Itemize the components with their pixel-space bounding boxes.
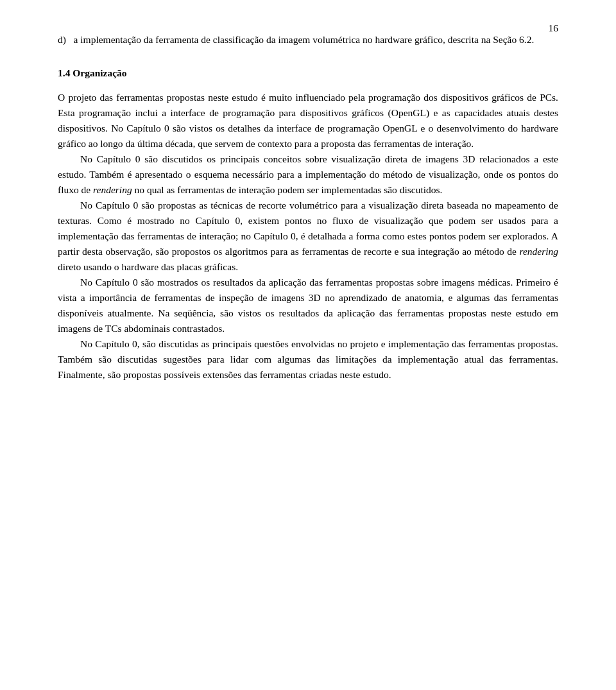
section-intro: d) a implementação da ferramenta de clas…: [58, 32, 558, 47]
page: 16 d) a implementação da ferramenta de c…: [0, 0, 616, 690]
paragraph-3: No Capítulo 0 são propostas as técnicas …: [58, 198, 558, 275]
paragraph-5: No Capítulo 0, são discutidas as princip…: [58, 336, 558, 383]
paragraph-1: O projeto das ferramentas propostas nest…: [58, 90, 558, 151]
intro-text: d) a implementação da ferramenta de clas…: [58, 32, 558, 47]
section-heading: 1.4 Organização: [58, 65, 558, 81]
paragraph-2: No Capítulo 0 são discutidos os principa…: [58, 151, 558, 198]
page-number: 16: [549, 21, 559, 36]
paragraph-4: No Capítulo 0 são mostrados os resultado…: [58, 275, 558, 336]
